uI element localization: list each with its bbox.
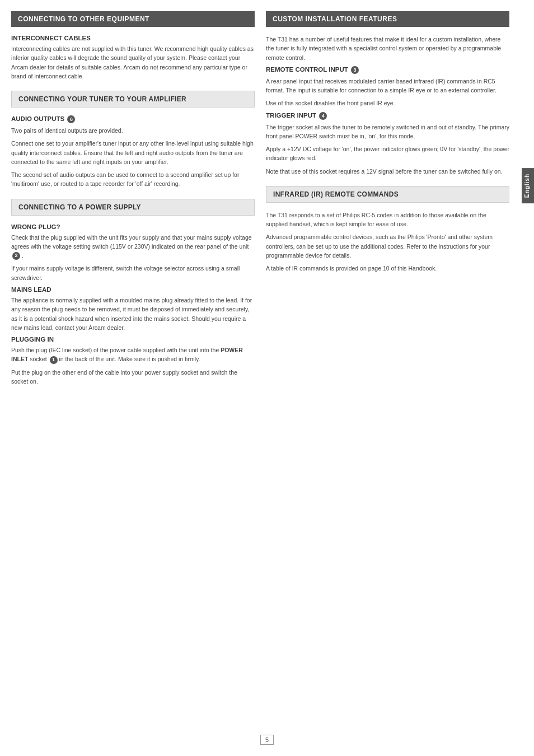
connecting-power-supply-header: CONNECTING TO A POWER SUPPLY [11, 199, 255, 216]
left-column: CONNECTING TO OTHER EQUIPMENT INTERCONNE… [11, 11, 255, 745]
interconnect-cables-body: Interconnecting cables are not supplied … [11, 44, 255, 81]
plugging-in-body2: Put the plug on the other end of the cab… [11, 368, 255, 386]
plugging-in-block: PLUGGING IN Push the plug (IEC line sock… [11, 336, 255, 386]
trigger-input-heading: TRIGGER INPUT 4 [266, 112, 509, 120]
infrared-body2: Advanced programmable control devices, s… [266, 232, 509, 260]
connecting-other-equipment-section: CONNECTING TO OTHER EQUIPMENT INTERCONNE… [11, 11, 255, 81]
mains-lead-body: The appliance is normally supplied with … [11, 296, 255, 332]
remote-control-body1: A rear panel input that receives modulat… [266, 77, 509, 95]
custom-installation-header: CUSTOM INSTALLATION FEATURES [266, 11, 509, 27]
plugging-in-body1: Push the plug (IEC line socket) of the p… [11, 346, 255, 364]
trigger-input-body1: The trigger socket allows the tuner to b… [266, 123, 509, 141]
custom-installation-intro: The T31 has a number of useful features … [266, 35, 509, 62]
custom-installation-section: CUSTOM INSTALLATION FEATURES The T31 has… [266, 11, 509, 176]
connecting-other-equipment-header: CONNECTING TO OTHER EQUIPMENT [11, 11, 255, 27]
infrared-commands-header: INFRARED (IR) REMOTE COMMANDS [266, 186, 509, 203]
interconnect-cables-block: INTERCONNECT CABLES Interconnecting cabl… [11, 35, 255, 81]
audio-outputs-body2: Connect one set to your amplifier's tune… [11, 139, 255, 166]
audio-outputs-circle: 6 [67, 115, 75, 123]
wrong-plug-heading: WRONG PLUG? [11, 223, 255, 230]
sidebar-language-tab: English [522, 168, 534, 203]
right-column: CUSTOM INSTALLATION FEATURES The T31 has… [266, 11, 509, 745]
infrared-body3: A table of IR commands is provided on pa… [266, 264, 509, 273]
plugging-in-circle: 1 [50, 356, 58, 364]
plugging-in-heading: PLUGGING IN [11, 336, 255, 343]
infrared-commands-section: INFRARED (IR) REMOTE COMMANDS The T31 re… [266, 186, 509, 273]
page: English CONNECTING TO OTHER EQUIPMENT IN… [0, 0, 534, 756]
wrong-plug-body1: Check that the plug supplied with the un… [11, 233, 255, 260]
connecting-tuner-header: CONNECTING YOUR TUNER TO YOUR AMPLIFIER [11, 91, 255, 108]
infrared-body1: The T31 responds to a set of Philips RC-… [266, 211, 509, 229]
wrong-plug-circle: 2 [12, 252, 20, 260]
trigger-input-body2: Apply a +12V DC voltage for 'on', the po… [266, 144, 509, 163]
wrong-plug-body2: If your mains supply voltage is differen… [11, 264, 255, 282]
mains-lead-block: MAINS LEAD The appliance is normally sup… [11, 286, 255, 332]
remote-control-block: REMOTE CONTROL INPUT 3 A rear panel inpu… [266, 66, 509, 108]
remote-control-heading: REMOTE CONTROL INPUT 3 [266, 66, 509, 74]
audio-outputs-body3: The second set of audio outputs can be u… [11, 170, 255, 189]
connecting-tuner-section: CONNECTING YOUR TUNER TO YOUR AMPLIFIER … [11, 91, 255, 189]
remote-control-circle: 3 [351, 66, 359, 74]
page-footer: 5 [0, 735, 534, 745]
remote-control-body2: Use of this socket disables the front pa… [266, 99, 509, 108]
interconnect-cables-heading: INTERCONNECT CABLES [11, 35, 255, 41]
trigger-input-circle: 4 [319, 112, 327, 120]
trigger-input-block: TRIGGER INPUT 4 The trigger socket allow… [266, 112, 509, 176]
connecting-power-supply-section: CONNECTING TO A POWER SUPPLY WRONG PLUG?… [11, 199, 255, 386]
trigger-input-body3: Note that use of this socket requires a … [266, 167, 509, 176]
audio-outputs-block: AUDIO OUTPUTS 6 Two pairs of identical o… [11, 115, 255, 189]
mains-lead-heading: MAINS LEAD [11, 286, 255, 293]
audio-outputs-body1: Two pairs of identical outputs are provi… [11, 126, 255, 135]
audio-outputs-heading: AUDIO OUTPUTS 6 [11, 115, 255, 123]
page-number: 5 [260, 735, 274, 745]
main-content: CONNECTING TO OTHER EQUIPMENT INTERCONNE… [0, 0, 521, 756]
wrong-plug-block: WRONG PLUG? Check that the plug supplied… [11, 223, 255, 282]
